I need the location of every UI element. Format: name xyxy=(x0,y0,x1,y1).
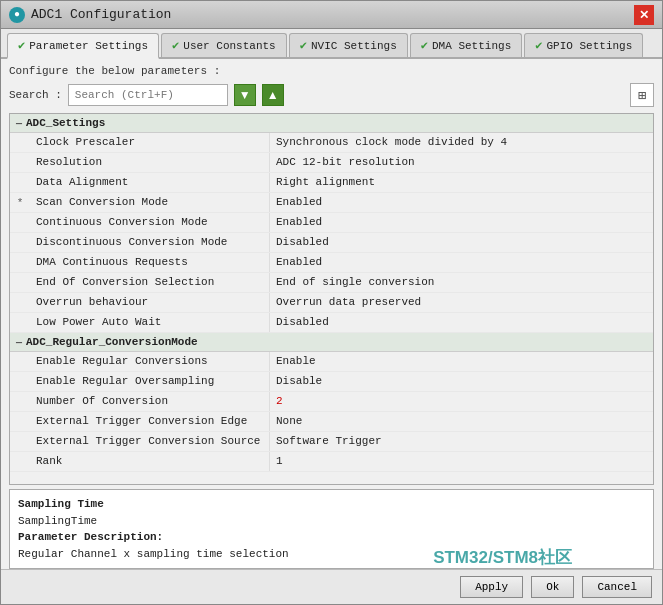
row-param: Low Power Auto Wait xyxy=(30,313,270,332)
search-down-button[interactable]: ▼ xyxy=(234,84,256,106)
tab-check-icon: ✔ xyxy=(300,38,307,53)
grid-view-button[interactable]: ⊞ xyxy=(630,83,654,107)
row-param: End Of Conversion Selection xyxy=(30,273,270,292)
row-param: Rank xyxy=(30,452,270,471)
row-value[interactable]: Disabled xyxy=(270,313,653,332)
row-value[interactable]: Disabled xyxy=(270,233,653,252)
row-param: Number Of Conversion xyxy=(30,392,270,411)
tab-dma-label: DMA Settings xyxy=(432,40,511,52)
tab-nvic[interactable]: ✔ NVIC Settings xyxy=(289,33,408,57)
apply-button[interactable]: Apply xyxy=(460,576,523,598)
row-param: Continuous Conversion Mode xyxy=(30,213,270,232)
section-toggle-icon[interactable]: — xyxy=(16,337,22,348)
tab-dma[interactable]: ✔ DMA Settings xyxy=(410,33,522,57)
watermark: STM32/STM8社区 xyxy=(433,546,572,569)
ok-button[interactable]: Ok xyxy=(531,576,574,598)
row-param: Enable Regular Conversions xyxy=(30,352,270,371)
row-star xyxy=(10,313,30,332)
tab-check-icon: ✔ xyxy=(172,38,179,53)
table-row[interactable]: * Scan Conversion Mode Enabled xyxy=(10,193,653,213)
row-value[interactable]: Disable xyxy=(270,372,653,391)
tab-nvic-label: NVIC Settings xyxy=(311,40,397,52)
row-value[interactable]: End of single conversion xyxy=(270,273,653,292)
row-value[interactable]: Software Trigger xyxy=(270,432,653,451)
section-adc-settings[interactable]: — ADC_Settings xyxy=(10,114,653,133)
bottom-bar: Apply Ok Cancel xyxy=(1,569,662,604)
cancel-button[interactable]: Cancel xyxy=(582,576,652,598)
row-value[interactable]: 2 xyxy=(270,392,653,411)
configure-text: Configure the below parameters : xyxy=(9,65,654,77)
tab-check-icon: ✔ xyxy=(18,38,25,53)
search-input[interactable] xyxy=(68,84,228,106)
tab-user-label: User Constants xyxy=(183,40,275,52)
table-row[interactable]: DMA Continuous Requests Enabled xyxy=(10,253,653,273)
row-param: Scan Conversion Mode xyxy=(30,193,270,212)
row-star: * xyxy=(10,193,30,212)
row-star xyxy=(10,293,30,312)
row-value[interactable]: Right alignment xyxy=(270,173,653,192)
table-row[interactable]: Rank 1 xyxy=(10,452,653,472)
table-row[interactable]: Discontinuous Conversion Mode Disabled xyxy=(10,233,653,253)
table-row[interactable]: Overrun behaviour Overrun data preserved xyxy=(10,293,653,313)
tab-gpio-label: GPIO Settings xyxy=(546,40,632,52)
title-bar: ● ADC1 Configuration ✕ xyxy=(1,1,662,29)
row-star xyxy=(10,432,30,451)
app-icon: ● xyxy=(9,7,25,23)
section-toggle-icon[interactable]: — xyxy=(16,118,22,129)
search-label: Search : xyxy=(9,89,62,101)
desc-text: Regular Channel x sampling time selectio… xyxy=(18,548,289,560)
tab-user[interactable]: ✔ User Constants xyxy=(161,33,287,57)
table-row[interactable]: Resolution ADC 12-bit resolution xyxy=(10,153,653,173)
row-value[interactable]: Enabled xyxy=(270,213,653,232)
row-value[interactable]: Enabled xyxy=(270,253,653,272)
tab-check-icon: ✔ xyxy=(535,38,542,53)
row-param: Enable Regular Oversampling xyxy=(30,372,270,391)
table-row[interactable]: Number Of Conversion 2 xyxy=(10,392,653,412)
tab-parameter-label: Parameter Settings xyxy=(29,40,148,52)
row-star xyxy=(10,372,30,391)
search-row: Search : ▼ ▲ ⊞ xyxy=(9,83,654,107)
close-button[interactable]: ✕ xyxy=(634,5,654,25)
row-star xyxy=(10,352,30,371)
table-row[interactable]: Continuous Conversion Mode Enabled xyxy=(10,213,653,233)
main-window: ● ADC1 Configuration ✕ ✔ Parameter Setti… xyxy=(0,0,663,605)
row-star xyxy=(10,133,30,152)
row-value[interactable]: Enabled xyxy=(270,193,653,212)
row-param: External Trigger Conversion Source xyxy=(30,432,270,451)
row-param: Data Alignment xyxy=(30,173,270,192)
table-row[interactable]: External Trigger Conversion Edge None xyxy=(10,412,653,432)
row-param: Resolution xyxy=(30,153,270,172)
row-value[interactable]: ADC 12-bit resolution xyxy=(270,153,653,172)
section-adc-regular-label: ADC_Regular_ConversionMode xyxy=(26,336,198,348)
row-star xyxy=(10,213,30,232)
tab-parameter[interactable]: ✔ Parameter Settings xyxy=(7,33,159,59)
window-title: ADC1 Configuration xyxy=(31,7,171,22)
row-star xyxy=(10,153,30,172)
row-star xyxy=(10,452,30,471)
row-star xyxy=(10,392,30,411)
section-adc-settings-label: ADC_Settings xyxy=(26,117,105,129)
table-row[interactable]: Clock Prescaler Synchronous clock mode d… xyxy=(10,133,653,153)
table-row[interactable]: End Of Conversion Selection End of singl… xyxy=(10,273,653,293)
table-row[interactable]: Enable Regular Conversions Enable xyxy=(10,352,653,372)
row-value[interactable]: 1 xyxy=(270,452,653,471)
row-param: Discontinuous Conversion Mode xyxy=(30,233,270,252)
table-row[interactable]: Enable Regular Oversampling Disable xyxy=(10,372,653,392)
section-adc-regular[interactable]: — ADC_Regular_ConversionMode xyxy=(10,333,653,352)
row-value[interactable]: Synchronous clock mode divided by 4 xyxy=(270,133,653,152)
tabs-row: ✔ Parameter Settings ✔ User Constants ✔ … xyxy=(1,29,662,59)
table-row[interactable]: External Trigger Conversion Source Softw… xyxy=(10,432,653,452)
table-row[interactable]: Low Power Auto Wait Disabled xyxy=(10,313,653,333)
row-param: External Trigger Conversion Edge xyxy=(30,412,270,431)
table-row[interactable]: Data Alignment Right alignment xyxy=(10,173,653,193)
row-value[interactable]: Enable xyxy=(270,352,653,371)
row-value[interactable]: None xyxy=(270,412,653,431)
row-param: Clock Prescaler xyxy=(30,133,270,152)
tab-gpio[interactable]: ✔ GPIO Settings xyxy=(524,33,643,57)
desc-title2: Parameter Description: xyxy=(18,531,163,543)
search-up-button[interactable]: ▲ xyxy=(262,84,284,106)
row-value[interactable]: Overrun data preserved xyxy=(270,293,653,312)
tab-check-icon: ✔ xyxy=(421,38,428,53)
row-star xyxy=(10,233,30,252)
table-scroll[interactable]: — ADC_Settings Clock Prescaler Synchrono… xyxy=(10,114,653,484)
